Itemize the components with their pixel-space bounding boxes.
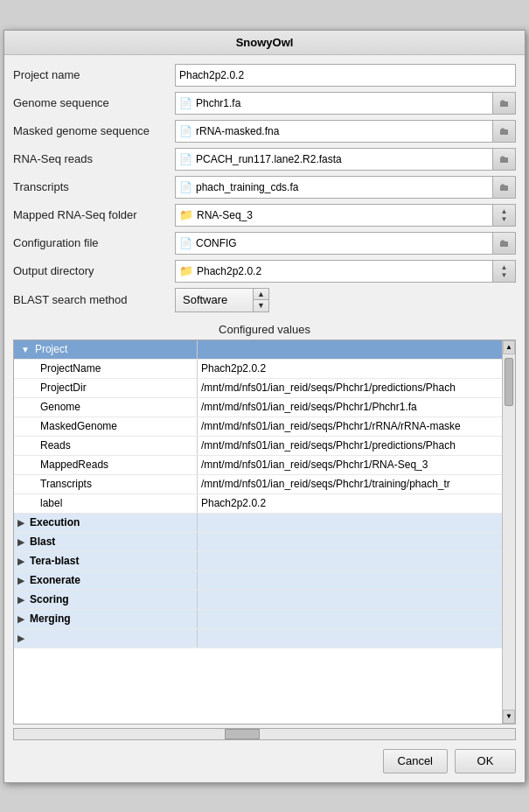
project-name-input[interactable]: Phach2p2.0.2 [175, 64, 516, 87]
folder-icon-output: 📁 [179, 264, 193, 277]
section-scoring-key[interactable]: ▶ Scoring [14, 591, 198, 609]
rnaseq-reads-label: RNA-Seq reads [13, 152, 175, 165]
section-execution-key[interactable]: ▶ Execution [14, 514, 198, 532]
tree-key-mappedreads: MappedReads [14, 456, 198, 474]
file-icon-transcripts: 📄 [179, 181, 192, 193]
section-merging-key[interactable]: ▶ Merging [14, 610, 198, 628]
section-terablast-label: Tera-blast [30, 555, 79, 567]
config-file-row: Configuration file 📄 CONFIG 🖿 [13, 232, 516, 255]
masked-browse-button[interactable]: 🖿 [493, 120, 516, 143]
genome-sequence-input[interactable]: 📄 Phchr1.fa [175, 92, 493, 115]
expand-icon-scoring[interactable]: ▶ [17, 595, 24, 605]
expand-icon-execution[interactable]: ▶ [17, 518, 24, 528]
blast-spinner-down[interactable]: ▼ [254, 300, 268, 312]
collapse-icon-project[interactable]: ▼ [21, 345, 30, 354]
section-blast-val [198, 533, 516, 551]
maskedgenome-key-label: MaskedGenome [40, 420, 117, 432]
projectname-key-label: ProjectName [40, 362, 101, 374]
section-scoring-label: Scoring [30, 593, 69, 606]
section-exonerate-val [198, 571, 516, 590]
project-name-value: Phach2p2.0.2 [179, 69, 244, 81]
tree-item-projectdir: ProjectDir /mnt/md/nfs01/ian_reid/seqs/P… [14, 379, 516, 398]
blast-spinner-up[interactable]: ▲ [254, 289, 268, 301]
expand-icon-merging[interactable]: ▶ [17, 614, 24, 624]
mapped-folder-wrapper: 📁 RNA-Seq_3 ▲ ▼ [175, 204, 516, 227]
config-file-value: CONFIG [196, 237, 237, 249]
projectdir-val: /mnt/md/nfs01/ian_reid/seqs/Phchr1/predi… [198, 379, 516, 397]
mapped-folder-spinner[interactable]: ▲ ▼ [493, 204, 516, 227]
cancel-button[interactable]: Cancel [383, 749, 448, 774]
scrollbar-up-button[interactable]: ▲ [503, 340, 515, 354]
rnaseq-reads-input[interactable]: 📄 PCACH_run117.lane2.R2.fasta [175, 148, 493, 171]
transcripts-value: phach_training_cds.fa [196, 181, 298, 193]
h-scrollbar-thumb[interactable] [225, 729, 260, 739]
genome-browse-button[interactable]: 🖿 [493, 92, 516, 115]
tree-item-label: label Phach2p2.0.2 [14, 494, 516, 514]
section-execution-row[interactable]: ▶ Execution [14, 514, 516, 533]
project-name-row: Project name Phach2p2.0.2 [13, 64, 516, 87]
rnaseq-browse-button[interactable]: 🖿 [493, 148, 516, 171]
main-dialog: SnowyOwl Project name Phach2p2.0.2 Genom… [3, 30, 526, 783]
section-scoring-row[interactable]: ▶ Scoring [14, 591, 516, 610]
window-title: SnowyOwl [236, 36, 294, 49]
file-icon-rnaseq: 📄 [179, 153, 192, 165]
transcripts-browse-button[interactable]: 🖿 [493, 176, 516, 199]
vertical-scrollbar[interactable]: ▲ ▼ [502, 340, 515, 724]
output-dir-input[interactable]: 📁 Phach2p2.0.2 [175, 260, 493, 283]
output-dir-wrapper: 📁 Phach2p2.0.2 ▲ ▼ [175, 260, 516, 283]
expand-icon-extra[interactable]: ▶ [17, 634, 24, 643]
section-blast-key[interactable]: ▶ Blast [14, 533, 198, 551]
transcripts-key-label: Transcripts [40, 478, 92, 490]
tree-item-projectname: ProjectName Phach2p2.0.2 [14, 360, 516, 379]
section-terablast-row[interactable]: ▶ Tera-blast [14, 552, 516, 571]
blast-method-dropdown[interactable]: Software [175, 288, 254, 312]
output-dir-value: Phach2p2.0.2 [197, 265, 261, 277]
output-dir-spinner[interactable]: ▲ ▼ [493, 260, 516, 283]
section-extra-row[interactable]: ▶ [14, 629, 516, 648]
rnaseq-reads-value: PCACH_run117.lane2.R2.fasta [196, 153, 342, 165]
section-merging-row[interactable]: ▶ Merging [14, 610, 516, 629]
section-extra-val [198, 629, 516, 648]
section-extra-key[interactable]: ▶ [14, 629, 198, 648]
horizontal-scrollbar[interactable] [13, 728, 516, 740]
transcripts-input[interactable]: 📄 phach_training_cds.fa [175, 176, 493, 199]
maskedgenome-val: /mnt/md/nfs01/ian_reid/seqs/Phchr1/rRNA/… [198, 417, 516, 436]
file-icon-masked: 📄 [179, 125, 192, 137]
genome-sequence-value: Phchr1.fa [196, 97, 240, 109]
section-project-key[interactable]: ▼ Project [14, 340, 198, 359]
blast-spinner[interactable]: ▲ ▼ [254, 288, 269, 312]
expand-icon-exonerate[interactable]: ▶ [17, 576, 24, 585]
project-name-label: Project name [13, 68, 175, 81]
ok-button[interactable]: OK [455, 749, 516, 774]
expand-icon-terablast[interactable]: ▶ [17, 556, 24, 566]
rnaseq-reads-row: RNA-Seq reads 📄 PCACH_run117.lane2.R2.fa… [13, 148, 516, 171]
configured-values-label: Configured values [4, 318, 525, 340]
section-blast-row[interactable]: ▶ Blast [14, 533, 516, 552]
section-terablast-key[interactable]: ▶ Tera-blast [14, 552, 198, 570]
masked-genome-value: rRNA-masked.fna [196, 125, 279, 137]
section-project-row[interactable]: ▼ Project [14, 340, 516, 360]
genome-sequence-wrapper: 📄 Phchr1.fa 🖿 [175, 92, 516, 115]
section-exonerate-row[interactable]: ▶ Exonerate [14, 571, 516, 591]
mapped-folder-input[interactable]: 📁 RNA-Seq_3 [175, 204, 493, 227]
section-scoring-val [198, 591, 516, 609]
scrollbar-down-button[interactable]: ▼ [503, 710, 515, 724]
file-icon-config: 📄 [179, 237, 192, 249]
transcripts-val: /mnt/md/nfs01/ian_reid/seqs/Phchr1/train… [198, 475, 516, 494]
masked-genome-input[interactable]: 📄 rRNA-masked.fna [175, 120, 493, 143]
tree-key-label: label [14, 494, 198, 513]
expand-icon-blast[interactable]: ▶ [17, 537, 24, 547]
scrollbar-thumb[interactable] [505, 358, 513, 406]
config-browse-button[interactable]: 🖿 [493, 232, 516, 255]
form-area: Project name Phach2p2.0.2 Genome sequenc… [4, 55, 525, 318]
section-exonerate-label: Exonerate [30, 574, 80, 586]
section-exonerate-key[interactable]: ▶ Exonerate [14, 571, 198, 590]
scrollbar-track[interactable] [503, 354, 515, 710]
tree-key-maskedgenome: MaskedGenome [14, 417, 198, 436]
tree-scroll-area[interactable]: ▼ Project ProjectName Phach2p2.0.2 Proje… [14, 340, 516, 724]
projectdir-key-label: ProjectDir [40, 382, 87, 394]
config-file-input[interactable]: 📄 CONFIG [175, 232, 493, 255]
genome-sequence-label: Genome sequence [13, 96, 175, 109]
transcripts-wrapper: 📄 phach_training_cds.fa 🖿 [175, 176, 516, 199]
genome-val: /mnt/md/nfs01/ian_reid/seqs/Phchr1/Phchr… [198, 398, 516, 416]
